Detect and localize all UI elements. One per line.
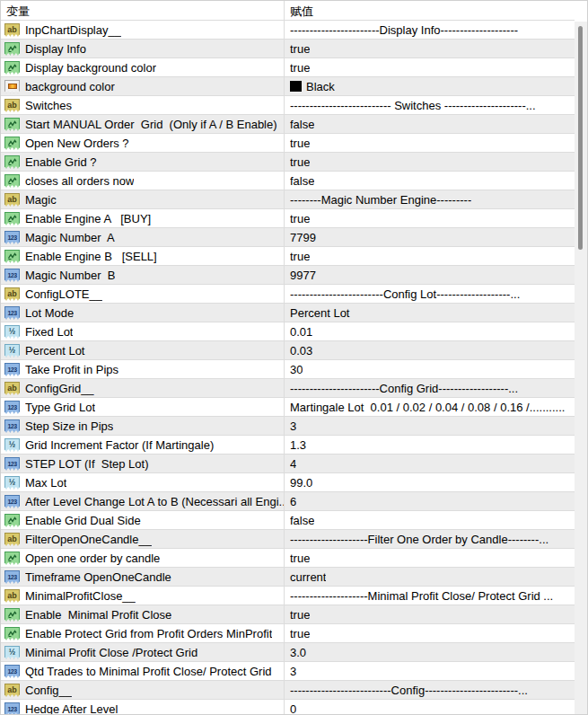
param-row[interactable]: 123STEP LOT (If Step Lot)4 — [1, 455, 575, 473]
param-value-cell[interactable]: 3.0 — [285, 643, 575, 661]
param-name-label: Hedge After Level — [25, 702, 118, 715]
param-row[interactable]: 123Take Profit in Pips30 — [1, 360, 575, 379]
param-value-cell[interactable]: true — [285, 209, 575, 227]
param-row[interactable]: ½Fixed Lot0.01 — [1, 322, 575, 341]
param-value-label: 99.0 — [290, 476, 312, 490]
param-value-cell[interactable]: Black — [285, 77, 575, 95]
param-row[interactable]: 123After Level Change Lot A to B (Necess… — [1, 492, 575, 511]
param-value-cell[interactable]: 30 — [285, 360, 575, 378]
param-row[interactable]: Enable Minimal Profit Closetrue — [1, 605, 575, 624]
param-value-cell[interactable]: 3 — [285, 417, 575, 435]
param-value-cell[interactable]: true — [285, 153, 575, 171]
param-value-cell[interactable]: 0 — [285, 700, 575, 714]
param-value-cell[interactable]: current — [285, 568, 575, 586]
int-icon: 123 — [4, 702, 20, 715]
param-name-label: Display background color — [25, 61, 156, 75]
param-value-cell[interactable]: false — [285, 172, 575, 190]
param-row[interactable]: abConfigLOTE__------------------------Co… — [1, 285, 575, 304]
param-value-label: --------------------Filter One Order by … — [290, 533, 549, 546]
param-name-cell: abMinimalProfitClose__ — [1, 587, 285, 605]
param-value-cell[interactable]: true — [285, 134, 575, 152]
param-row[interactable]: background colorBlack — [1, 77, 575, 96]
param-value-cell[interactable]: 7799 — [285, 228, 575, 246]
param-name-label: Step Size in Pips — [25, 419, 113, 433]
param-value-label: 3 — [290, 419, 296, 433]
param-name-label: Open New Orders ? — [25, 137, 129, 150]
param-value-cell[interactable]: 0.03 — [285, 341, 575, 359]
param-row[interactable]: abConfigGrid__-----------------------Con… — [1, 379, 575, 398]
bool-icon — [4, 627, 20, 640]
param-value-cell[interactable]: --------------------Minimal Profit Close… — [285, 587, 575, 605]
param-value-cell[interactable]: true — [285, 624, 575, 642]
param-row[interactable]: 123Qtd Trades to Minimal Profit Close/ P… — [1, 662, 575, 681]
param-value-cell[interactable]: --------Magic Number Engine--------- — [285, 190, 575, 208]
param-row[interactable]: abSwitches-------------------------- Swi… — [1, 96, 575, 115]
param-row[interactable]: 123Magic Number B9977 — [1, 266, 575, 285]
param-value-cell[interactable]: false — [285, 115, 575, 133]
param-row[interactable]: 123Lot ModePercent Lot — [1, 304, 575, 322]
param-name-cell: Display Info — [1, 40, 285, 57]
param-row[interactable]: ½Max Lot99.0 — [1, 473, 575, 492]
param-row[interactable]: abMagic--------Magic Number Engine------… — [1, 190, 575, 209]
param-value-label: --------------------Minimal Profit Close… — [290, 589, 553, 603]
param-name-label: Type Grid Lot — [25, 401, 95, 414]
param-row[interactable]: ½Grid Increment Factor (If Martingale)1.… — [1, 436, 575, 455]
param-value-cell[interactable]: true — [285, 58, 575, 76]
param-row[interactable]: Open New Orders ?true — [1, 134, 575, 153]
param-row[interactable]: Enable Protect Grid from Profit Orders M… — [1, 624, 575, 643]
param-value-cell[interactable]: true — [285, 40, 575, 57]
param-row[interactable]: Enable Grid Dual Sidefalse — [1, 511, 575, 530]
param-value-cell[interactable]: -----------------------Config Grid------… — [285, 379, 575, 397]
param-row[interactable]: Display Infotrue — [1, 40, 575, 58]
scrollbar-track[interactable] — [575, 22, 587, 714]
param-value-cell[interactable]: Martingale Lot 0.01 / 0.02 / 0.04 / 0.08… — [285, 398, 575, 416]
table-header: 变量 赋值 — [1, 1, 575, 21]
param-row[interactable]: Start MANUAL Order Grid (Only if A / B E… — [1, 115, 575, 134]
param-row[interactable]: Enable Engine B [SELL]true — [1, 247, 575, 266]
vertical-scrollbar[interactable] — [575, 1, 587, 714]
color-bar — [8, 84, 17, 89]
param-value-cell[interactable]: 1.3 — [285, 436, 575, 454]
param-row[interactable]: abConfig__--------------------------Conf… — [1, 681, 575, 700]
param-value-cell[interactable]: true — [285, 247, 575, 265]
param-row[interactable]: 123Type Grid LotMartingale Lot 0.01 / 0.… — [1, 398, 575, 417]
param-row[interactable]: Enable Engine A [BUY]true — [1, 209, 575, 228]
param-row[interactable]: 123Step Size in Pips3 — [1, 417, 575, 436]
param-row[interactable]: Display background colortrue — [1, 58, 575, 77]
param-value-cell[interactable]: 4 — [285, 455, 575, 472]
param-row[interactable]: Open one order by candletrue — [1, 549, 575, 568]
param-row[interactable]: abMinimalProfitClose__------------------… — [1, 587, 575, 605]
param-row[interactable]: ½Minimal Profit Close /Protect Grid3.0 — [1, 643, 575, 662]
param-name-cell: abSwitches — [1, 96, 285, 114]
param-value-cell[interactable]: false — [285, 511, 575, 529]
param-row[interactable]: 123Magic Number A7799 — [1, 228, 575, 247]
param-row[interactable]: 123Timeframe OpenOneCandlecurrent — [1, 568, 575, 587]
param-value-cell[interactable]: --------------------------Config--------… — [285, 681, 575, 699]
param-row[interactable]: 123Hedge After Level0 — [1, 700, 575, 714]
scrollbar-thumb[interactable] — [578, 26, 583, 250]
param-name-cell: abFilterOpenOneCandle__ — [1, 530, 285, 548]
param-row[interactable]: Enable Grid ?true — [1, 153, 575, 172]
param-name-cell: 123Type Grid Lot — [1, 398, 285, 416]
param-row[interactable]: closes all orders nowfalse — [1, 172, 575, 190]
param-name-label: Enable Minimal Profit Close — [25, 608, 171, 622]
param-row[interactable]: ½Percent Lot0.03 — [1, 341, 575, 360]
param-value-cell[interactable]: 3 — [285, 662, 575, 680]
param-value-cell[interactable]: 9977 — [285, 266, 575, 284]
column-header-variable[interactable]: 变量 — [1, 1, 285, 20]
param-name-cell: abMagic — [1, 190, 285, 208]
param-value-cell[interactable]: true — [285, 605, 575, 623]
param-value-cell[interactable]: 6 — [285, 492, 575, 510]
param-value-label: 9977 — [290, 269, 316, 282]
param-value-cell[interactable]: -----------------------Display Info-----… — [285, 21, 575, 39]
param-value-cell[interactable]: --------------------Filter One Order by … — [285, 530, 575, 548]
param-value-cell[interactable]: ------------------------Config Lot------… — [285, 285, 575, 303]
param-value-cell[interactable]: true — [285, 549, 575, 567]
param-row[interactable]: abFilterOpenOneCandle__-----------------… — [1, 530, 575, 549]
param-value-cell[interactable]: Percent Lot — [285, 304, 575, 322]
param-value-cell[interactable]: -------------------------- Switches ----… — [285, 96, 575, 114]
param-value-cell[interactable]: 99.0 — [285, 473, 575, 491]
column-header-value[interactable]: 赋值 — [285, 1, 575, 20]
param-row[interactable]: abInpChartDisplay__---------------------… — [1, 21, 575, 40]
param-value-cell[interactable]: 0.01 — [285, 322, 575, 340]
